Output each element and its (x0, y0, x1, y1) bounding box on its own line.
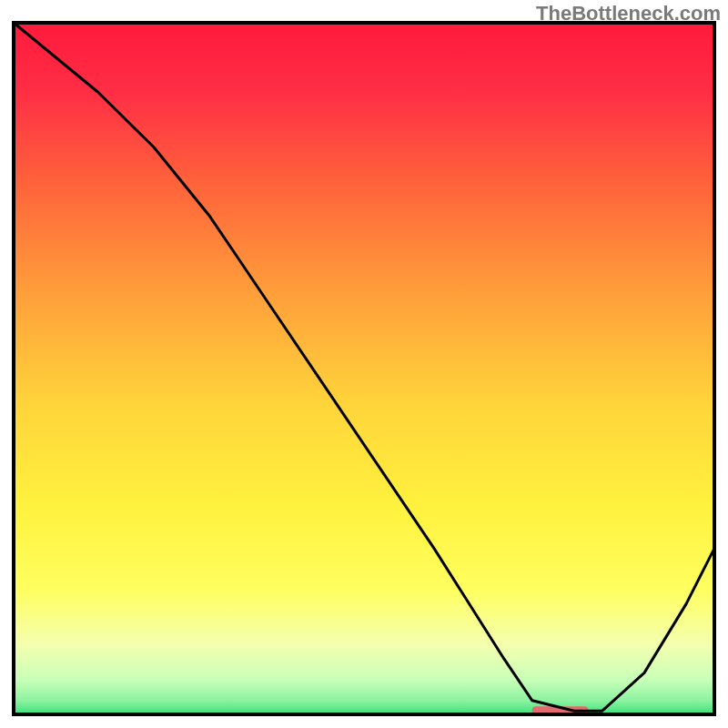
plot-background (14, 23, 714, 714)
chart-svg (0, 0, 728, 728)
chart-container: TheBottleneck.com (0, 0, 728, 728)
